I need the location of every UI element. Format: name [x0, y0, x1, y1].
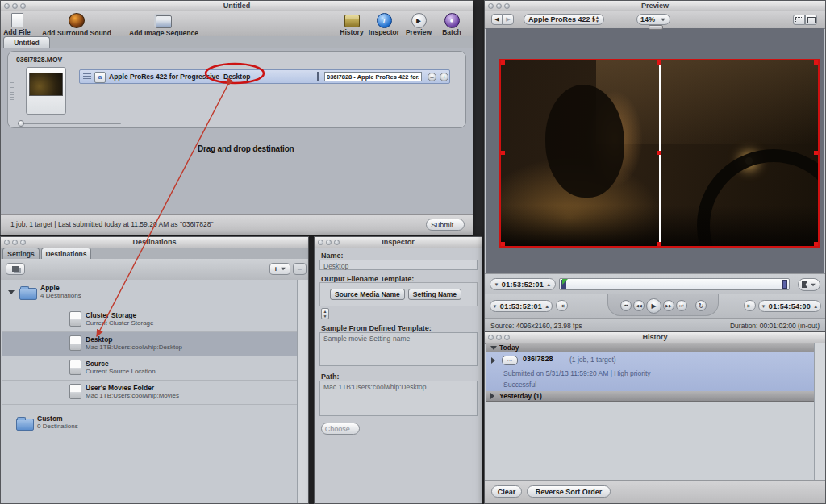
scrubber-track[interactable]	[559, 278, 790, 290]
inspector-titlebar[interactable]: Inspector	[315, 237, 482, 248]
zoom-button[interactable]	[20, 3, 26, 9]
setting-popup[interactable]: Apple ProRes 422 for Pr ▲▼	[524, 14, 604, 25]
token-source-media-name[interactable]: Source Media Name	[330, 289, 405, 300]
zoom-button[interactable]	[504, 335, 510, 340]
job-panel[interactable]: 036I7828.MOV a Apple ProRes 422 for Prog…	[7, 51, 466, 128]
minimize-button[interactable]	[496, 335, 502, 340]
duplicate-destination-button[interactable]	[6, 263, 25, 275]
set-out-point-button[interactable]: ⇤	[744, 300, 756, 311]
preview-titlebar[interactable]: Preview	[485, 1, 825, 12]
decrement-icon[interactable]: ▼	[494, 282, 499, 287]
play-button[interactable]: ▶	[646, 298, 661, 314]
add-image-sequence-button[interactable]: Add Image Sequence	[122, 13, 206, 37]
out-timecode[interactable]: ▼ 01:54:54:00 ▲	[758, 300, 821, 312]
token-setting-name[interactable]: Setting Name	[408, 289, 461, 300]
crop-handle[interactable]	[501, 60, 505, 65]
remove-destination-button[interactable]: –	[293, 263, 307, 275]
submit-button[interactable]: Submit...	[426, 219, 465, 231]
destination-row-users-movies[interactable]: User's Movies Folder Mac 1TB:Users:coolw…	[2, 381, 297, 405]
target-row[interactable]: a Apple ProRes 422 for Progressive Deskt…	[79, 69, 450, 84]
minimize-button[interactable]	[12, 3, 18, 9]
add-surround-sound-button[interactable]: Add Surround Sound	[33, 13, 120, 37]
add-destination-button[interactable]: +	[269, 263, 290, 275]
destination-row-cluster-storage[interactable]: Cluster Storage Current Cluster Storage	[2, 308, 297, 332]
history-titlebar[interactable]: History	[485, 332, 825, 344]
crop-handle[interactable]	[814, 242, 818, 246]
next-item-button[interactable]: ▶	[503, 14, 514, 25]
increment-icon[interactable]: ▲	[813, 304, 818, 309]
close-button[interactable]	[488, 3, 494, 9]
reverse-sort-order-button[interactable]: Reverse Sort Order	[527, 485, 611, 498]
destination-group-apple[interactable]: Apple 4 Destinations	[2, 282, 297, 305]
template-token-area[interactable]: Source Media NameSetting Name	[319, 282, 478, 306]
previous-item-button[interactable]: ◀	[491, 14, 503, 25]
playhead-marker[interactable]	[561, 280, 566, 289]
crop-handle[interactable]	[657, 242, 661, 246]
crop-handle[interactable]	[814, 151, 818, 155]
history-toolbar-button[interactable]: History	[335, 13, 369, 36]
loop-button[interactable]: ↻	[695, 300, 707, 311]
crop-handle[interactable]	[657, 60, 661, 65]
template-stepper[interactable]: ▲▼	[321, 308, 329, 319]
target-grip[interactable]	[83, 73, 91, 81]
crop-handle[interactable]	[814, 60, 818, 65]
remove-target-button[interactable]: –	[428, 73, 436, 81]
minimize-button[interactable]	[326, 240, 332, 245]
history-scrollbar[interactable]	[814, 343, 825, 481]
close-button[interactable]	[318, 240, 323, 245]
crop-handle[interactable]	[501, 151, 505, 155]
go-to-end-button[interactable]: ⏭	[676, 300, 687, 311]
zoom-button[interactable]	[504, 3, 510, 9]
crop-handle[interactable]	[657, 151, 661, 155]
increment-icon[interactable]: ▲	[544, 304, 549, 309]
batch-tab-untitled[interactable]: Untitled	[3, 36, 50, 48]
rewind-button[interactable]: ◀◀	[633, 300, 645, 311]
go-to-start-button[interactable]: ⏮	[620, 300, 632, 311]
minimize-button[interactable]	[12, 240, 18, 245]
job-grip[interactable]	[10, 82, 14, 103]
destination-row-source[interactable]: Source Current Source Location	[2, 356, 297, 381]
out-point-marker[interactable]	[782, 280, 787, 289]
close-button[interactable]	[4, 240, 10, 245]
history-entry[interactable]: … 036I7828 (1 job, 1 target) Submitted o…	[486, 352, 814, 392]
minimize-button[interactable]	[496, 3, 502, 9]
increment-icon[interactable]: ▲	[546, 282, 551, 287]
thumbnail-scrub-slider[interactable]	[18, 120, 121, 127]
zoom-button[interactable]	[20, 240, 26, 245]
in-timecode[interactable]: ▼ 01:53:52:01 ▲	[490, 300, 553, 312]
disclosure-triangle[interactable]	[491, 357, 495, 364]
destination-name[interactable]: Desktop	[223, 73, 251, 81]
close-button[interactable]	[488, 335, 494, 340]
destination-group-custom[interactable]: Custom 0 Destinations	[2, 413, 297, 435]
stage-grip[interactable]	[649, 25, 663, 30]
job-thumbnail[interactable]	[26, 67, 66, 115]
fast-forward-button[interactable]: ▶▶	[663, 300, 674, 311]
slider-knob[interactable]	[18, 120, 24, 127]
add-file-button[interactable]: Add File	[2, 13, 31, 36]
disclosure-triangle[interactable]	[490, 393, 494, 399]
decrement-icon[interactable]: ▼	[761, 304, 766, 309]
crop-handle[interactable]	[501, 242, 505, 246]
name-field[interactable]: Desktop	[319, 260, 478, 270]
destinations-scrollbar[interactable]	[297, 280, 308, 503]
clear-history-button[interactable]: Clear	[491, 485, 522, 498]
destination-row-desktop[interactable]: Desktop Mac 1TB:Users:coolwhip:Desktop	[2, 332, 297, 356]
output-filename-field[interactable]	[324, 72, 422, 81]
output-view-button[interactable]	[805, 15, 817, 25]
disclosure-triangle[interactable]	[490, 346, 497, 350]
choose-button[interactable]: Choose...	[321, 423, 360, 435]
marker-popup-button[interactable]	[798, 278, 820, 291]
decrement-icon[interactable]: ▼	[493, 304, 498, 309]
history-group-yesterday[interactable]: Yesterday (1)	[486, 391, 814, 402]
close-button[interactable]	[4, 3, 10, 9]
set-in-point-button[interactable]: ⇥	[556, 300, 568, 311]
zoom-popup[interactable]: 14%	[636, 14, 670, 25]
tab-settings[interactable]: Settings	[2, 248, 40, 259]
destinations-titlebar[interactable]: Destinations	[1, 237, 308, 248]
batch-titlebar[interactable]: Untitled	[1, 1, 473, 12]
disclosure-triangle[interactable]	[8, 290, 15, 294]
source-view-button[interactable]	[793, 15, 805, 25]
zoom-button[interactable]	[334, 240, 340, 245]
inspector-toolbar-button[interactable]: i Inspector	[365, 13, 403, 36]
tab-destinations[interactable]: Destinations	[41, 248, 91, 259]
